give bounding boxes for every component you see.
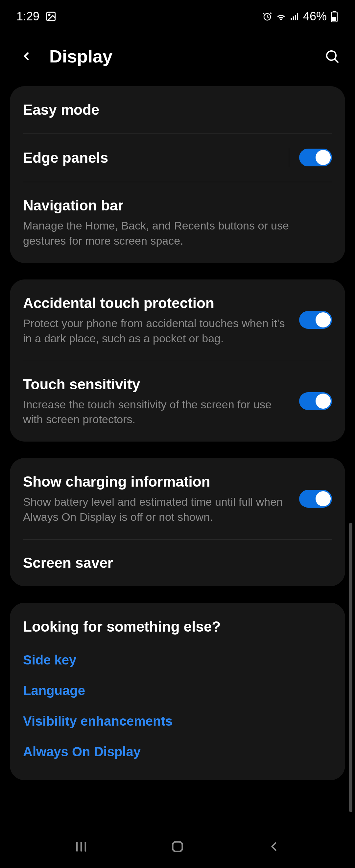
row-screen-saver[interactable]: Screen saver [10,539,345,586]
row-title: Easy mode [23,101,332,119]
search-button[interactable] [322,46,342,66]
svg-line-11 [334,59,338,62]
looking-for-title: Looking for something else? [10,603,345,645]
svg-rect-4 [293,17,294,20]
status-bar: 1:29 46% [0,0,355,33]
row-edge-panels[interactable]: Edge panels [10,133,345,182]
back-nav-button[interactable] [261,834,287,860]
row-subtitle: Increase the touch sensitivity of the sc… [23,397,289,427]
row-touch-sensitivity[interactable]: Touch sensitivity Increase the touch sen… [10,361,345,442]
edge-panels-toggle[interactable] [299,149,332,166]
settings-content: Easy mode Edge panels Navigation bar Man… [0,86,355,780]
svg-rect-8 [333,11,336,12]
settings-group: Show charging information Show battery l… [10,458,345,586]
svg-point-1 [49,14,50,16]
row-title: Touch sensitivity [23,375,289,393]
svg-rect-9 [332,17,336,21]
link-visibility-enhancements[interactable]: Visibility enhancements [10,706,345,737]
status-battery-text: 46% [303,9,327,23]
accidental-touch-toggle[interactable] [299,311,332,329]
recents-button[interactable] [68,834,94,860]
back-button[interactable] [17,46,36,66]
signal-icon [290,11,300,21]
row-charging-info[interactable]: Show charging information Show battery l… [10,458,345,539]
status-time: 1:29 [17,9,39,23]
home-button[interactable] [164,834,191,860]
looking-for-card: Looking for something else? Side key Lan… [10,603,345,780]
svg-rect-6 [297,13,298,20]
row-title: Screen saver [23,554,332,572]
touch-sensitivity-toggle[interactable] [299,392,332,410]
row-subtitle: Manage the Home, Back, and Recents butto… [23,218,332,249]
row-title: Edge panels [23,149,279,167]
system-nav-bar [0,825,355,868]
page-header: Display [0,33,355,86]
row-title: Accidental touch protection [23,294,289,312]
row-subtitle: Protect your phone from accidental touch… [23,316,289,346]
row-title: Navigation bar [23,196,332,214]
toggle-divider [289,148,289,167]
charging-info-toggle[interactable] [299,490,332,508]
image-icon [45,11,57,22]
svg-rect-15 [172,842,182,851]
wifi-icon [276,11,287,22]
row-title: Show charging information [23,472,289,491]
row-subtitle: Show battery level and estimated time un… [23,495,289,525]
link-side-key[interactable]: Side key [10,645,345,675]
link-language[interactable]: Language [10,675,345,706]
row-easy-mode[interactable]: Easy mode [10,86,345,133]
scroll-indicator[interactable] [349,523,352,812]
page-title: Display [49,46,322,66]
svg-rect-5 [295,15,296,20]
settings-group: Accidental touch protection Protect your… [10,279,345,442]
battery-icon [330,10,338,22]
row-accidental-touch[interactable]: Accidental touch protection Protect your… [10,279,345,361]
row-navigation-bar[interactable]: Navigation bar Manage the Home, Back, an… [10,182,345,263]
alarm-icon [262,11,272,21]
svg-rect-3 [291,18,292,20]
settings-group: Easy mode Edge panels Navigation bar Man… [10,86,345,263]
link-always-on-display[interactable]: Always On Display [10,737,345,767]
